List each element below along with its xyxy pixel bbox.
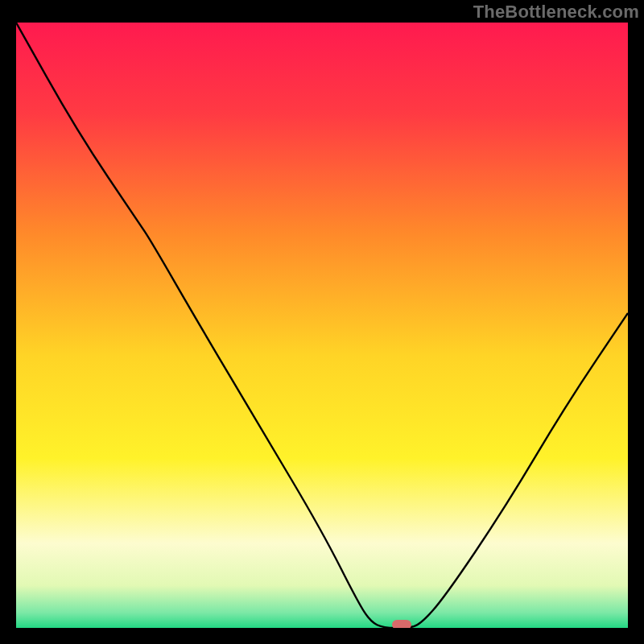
bottleneck-curve (16, 23, 628, 628)
curve-path (16, 23, 628, 628)
chart-frame: TheBottleneck.com (0, 0, 644, 644)
watermark-text: TheBottleneck.com (473, 2, 639, 23)
optimal-marker (392, 620, 411, 628)
plot-area (16, 23, 628, 628)
